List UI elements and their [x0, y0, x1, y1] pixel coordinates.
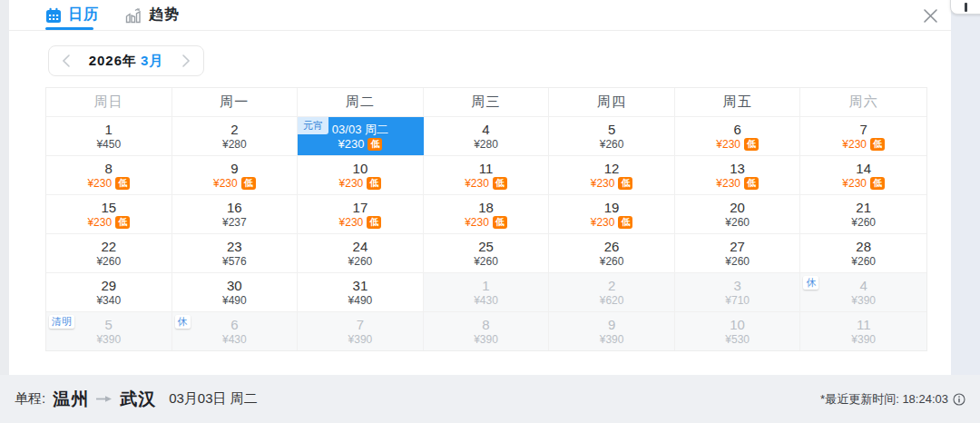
price-label: ¥390 [348, 333, 373, 347]
active-tab-underline [45, 27, 93, 30]
calendar-cell[interactable]: 29¥340 [46, 273, 172, 311]
calendar-cell[interactable]: 28¥260 [800, 234, 926, 272]
calendar-cell[interactable]: 30¥490 [172, 273, 299, 311]
calendar-cell[interactable]: 元宵03/03 周二¥230低 [298, 117, 424, 155]
calendar-cell[interactable]: 3¥710 [675, 273, 801, 311]
tab-calendar-label: 日历 [68, 5, 99, 25]
day-number: 25 [478, 239, 494, 255]
calendar-cell[interactable]: 9¥390 [549, 312, 675, 350]
price-label: ¥390 [600, 333, 624, 347]
day-number: 7 [357, 317, 364, 333]
tab-trend[interactable]: 趋势 [125, 5, 180, 25]
weekday-row: 周日周一周二周三周四周五周六 [46, 88, 926, 116]
calendar-cell[interactable]: 21¥260 [800, 195, 926, 233]
price-label: ¥430 [474, 294, 498, 308]
low-badge: 低 [618, 177, 632, 190]
calendar-cell[interactable]: 10¥230低 [298, 156, 424, 194]
day-number: 5 [608, 122, 615, 138]
calendar-cell[interactable]: 23¥576 [172, 234, 299, 272]
calendar-cell[interactable]: 25¥260 [424, 234, 550, 272]
calendar-cell[interactable]: 1¥450 [46, 117, 172, 155]
calendar-cell[interactable]: 10¥530 [675, 312, 801, 350]
calendar-cell[interactable]: 6¥230低 [675, 117, 801, 155]
selected-date-label: 03月03日 周二 [169, 390, 258, 408]
footer-bar: 单程: 温州 武汉 03月03日 周二 *最近更新时间: 18:24:03 [0, 375, 980, 423]
day-number: 30 [227, 278, 242, 294]
calendar-cell[interactable]: 9¥230低 [172, 156, 299, 194]
calendar-cell[interactable]: 7¥230低 [800, 117, 926, 155]
calendar-cell[interactable]: 11¥230低 [424, 156, 550, 194]
calendar-cell[interactable]: 11¥390 [800, 312, 926, 350]
close-icon[interactable] [919, 5, 941, 26]
calendar-week-row: 29¥34030¥49031¥4901¥4302¥6203¥710休4¥390 [46, 272, 926, 311]
calendar-cell[interactable]: 20¥260 [675, 195, 801, 233]
day-number: 1 [482, 278, 489, 294]
calendar-cell[interactable]: 13¥230低 [675, 156, 801, 194]
calendar-cell[interactable]: 27¥260 [675, 234, 801, 272]
calendar-cell[interactable]: 19¥230低 [549, 195, 675, 233]
low-badge: 低 [870, 138, 885, 151]
calendar-cell[interactable]: 15¥230低 [46, 195, 172, 233]
day-number: 24 [353, 239, 368, 255]
calendar-cell[interactable]: 休6¥430 [172, 312, 299, 350]
price-label: ¥450 [96, 138, 121, 152]
weekday-header: 周四 [549, 88, 675, 116]
price-label: ¥260 [851, 216, 876, 230]
low-badge: 低 [115, 177, 130, 190]
prev-month-button[interactable] [62, 54, 71, 68]
calendar-cell[interactable]: 18¥230低 [424, 195, 550, 233]
calendar-cell[interactable]: 31¥490 [298, 273, 424, 311]
toolbar-fragment-glyph [965, 3, 967, 12]
day-number: 8 [105, 161, 113, 177]
calendar-cell[interactable]: 8¥390 [424, 312, 550, 350]
weekday-header: 周二 [298, 88, 424, 116]
day-number: 19 [604, 200, 620, 216]
day-number: 7 [860, 122, 867, 138]
calendar-cell[interactable]: 12¥230低 [549, 156, 675, 194]
day-number: 29 [101, 278, 116, 294]
calendar-cell[interactable]: 4¥280 [424, 117, 550, 155]
price-label: ¥390 [474, 333, 498, 347]
selected-date-title: 03/03 周二 [332, 122, 388, 137]
low-badge: 低 [493, 177, 507, 190]
calendar-cell[interactable]: 17¥230低 [298, 195, 424, 233]
calendar-cell[interactable]: 休4¥390 [800, 273, 926, 311]
update-time-label: *最近更新时间: 18:24:03 [820, 391, 948, 408]
calendar-cell[interactable]: 7¥390 [298, 312, 424, 350]
calendar-icon [45, 7, 62, 24]
price-label: ¥260 [851, 255, 876, 269]
info-icon[interactable] [953, 393, 965, 406]
calendar-cell[interactable]: 16¥237 [172, 195, 299, 233]
weekday-header: 周一 [172, 88, 299, 116]
price-label: ¥280 [474, 138, 498, 152]
calendar-cell[interactable]: 26¥260 [549, 234, 675, 272]
next-month-button[interactable] [181, 54, 191, 68]
calendar-cell[interactable]: 1¥430 [424, 273, 550, 311]
day-number: 6 [230, 317, 238, 333]
corner-toolbar-fragment[interactable] [950, 0, 980, 15]
calendar-week-row: 8¥230低9¥230低10¥230低11¥230低12¥230低13¥230低… [46, 155, 926, 194]
day-number: 18 [478, 200, 494, 216]
calendar-cell[interactable]: 22¥260 [46, 234, 172, 272]
calendar-cell[interactable]: 2¥280 [172, 117, 299, 155]
price-label: ¥230低 [465, 177, 507, 191]
day-number: 4 [482, 122, 489, 138]
calendar-week-row: 清明5¥390休6¥4307¥3908¥3909¥39010¥53011¥390 [46, 311, 926, 350]
day-number: 27 [730, 239, 745, 255]
calendar-cell[interactable]: 8¥230低 [46, 156, 172, 194]
holiday-badge: 清明 [49, 315, 74, 329]
calendar-cell[interactable]: 2¥620 [549, 273, 675, 311]
tab-calendar[interactable]: 日历 [45, 5, 99, 25]
price-label: ¥576 [222, 255, 247, 269]
calendar-cell[interactable]: 5¥260 [549, 117, 675, 155]
calendar-cell[interactable]: 清明5¥390 [46, 312, 172, 350]
price-label: ¥490 [222, 294, 247, 308]
low-badge: 低 [115, 216, 130, 229]
day-number: 20 [730, 200, 745, 216]
day-number: 21 [856, 200, 871, 216]
day-number: 17 [353, 200, 368, 216]
low-badge: 低 [241, 177, 256, 190]
calendar-cell[interactable]: 24¥260 [298, 234, 424, 272]
calendar-cell[interactable]: 14¥230低 [800, 156, 926, 194]
day-number: 8 [482, 317, 489, 333]
